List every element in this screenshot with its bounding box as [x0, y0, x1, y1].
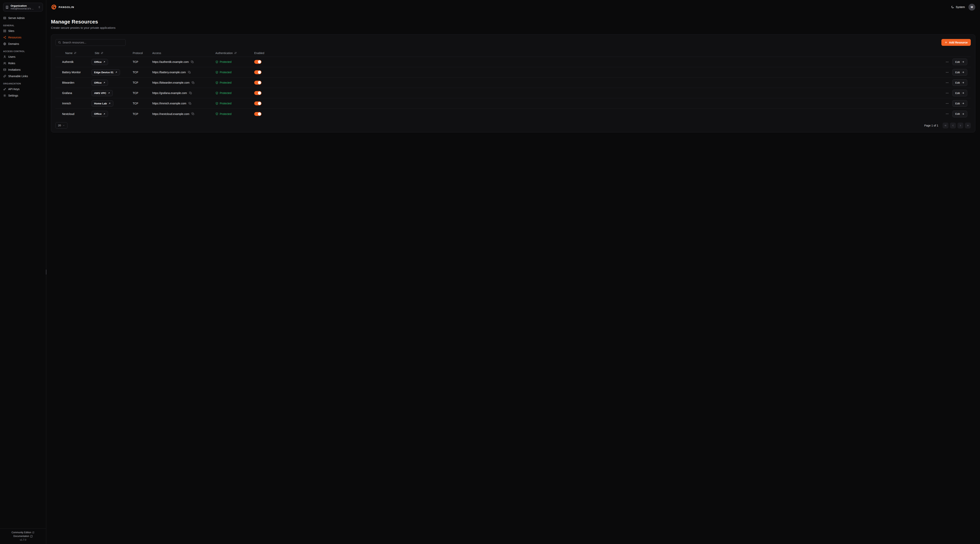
access-url: https://battery.example.com: [152, 71, 186, 74]
community-edition-label: Community Edition: [11, 531, 31, 534]
sidebar-item-roles[interactable]: Roles: [3, 60, 43, 67]
sort-name-button[interactable]: Name: [62, 51, 76, 55]
access-url: https://grafana.example.com: [152, 92, 187, 95]
resources-table: Name Site Protocol Access: [56, 49, 971, 119]
edit-label: Edit: [955, 102, 960, 105]
avatar[interactable]: M: [969, 4, 975, 11]
edit-label: Edit: [955, 113, 960, 115]
sidebar-item-domains[interactable]: Domains: [3, 41, 43, 47]
site-link-button[interactable]: Office: [92, 111, 108, 117]
site-link-button[interactable]: AWS VPC: [92, 90, 113, 96]
chevron-left-icon: [951, 124, 955, 127]
sidebar-item-users[interactable]: Users: [3, 54, 43, 60]
sidebar-item-shareable-links[interactable]: Shareable Links: [3, 73, 43, 79]
sidebar-item-label: Users: [8, 55, 16, 59]
globe-icon: [3, 42, 6, 46]
previous-page-button[interactable]: [950, 122, 956, 128]
next-page-button[interactable]: [958, 122, 963, 128]
copy-icon: [191, 60, 194, 63]
first-page-button[interactable]: [943, 122, 948, 128]
theme-selector-button[interactable]: System: [951, 5, 965, 9]
site-link-button[interactable]: Edge Device 01: [92, 69, 120, 75]
enabled-toggle[interactable]: [254, 70, 261, 74]
edit-button[interactable]: Edit: [952, 90, 967, 96]
grid-icon: [3, 29, 6, 33]
protocol: TCP: [133, 102, 152, 105]
pager: Page 1 of 1: [924, 122, 971, 128]
row-menu-button[interactable]: [945, 102, 949, 106]
chevrons-right-icon: [966, 124, 969, 127]
shield-check-icon: [215, 113, 218, 115]
chevrons-left-icon: [944, 124, 947, 127]
site-name: Home Lab: [94, 102, 107, 105]
sort-authentication-button[interactable]: Authentication: [215, 51, 237, 55]
enabled-toggle[interactable]: [254, 91, 261, 95]
site-link-button[interactable]: Home Lab: [92, 100, 113, 106]
column-header-authentication: Authentication: [215, 51, 233, 55]
copy-url-button[interactable]: [191, 60, 194, 64]
site-link-button[interactable]: Office: [92, 80, 108, 86]
ellipsis-icon: [945, 60, 949, 63]
sort-site-button[interactable]: Site: [92, 51, 103, 55]
site-name: Office: [94, 81, 102, 84]
copy-url-button[interactable]: [188, 70, 191, 74]
copy-url-button[interactable]: [191, 112, 195, 116]
row-menu-button[interactable]: [945, 91, 949, 95]
edit-label: Edit: [955, 71, 960, 74]
arrow-up-right-icon: [103, 61, 105, 63]
ellipsis-icon: [945, 92, 949, 95]
plus-icon: [945, 41, 947, 44]
sidebar-item-invitations[interactable]: Invitations: [3, 67, 43, 73]
enabled-toggle[interactable]: [254, 112, 261, 116]
row-menu-button[interactable]: [945, 60, 949, 64]
sidebar-item-api-keys[interactable]: API Keys: [3, 86, 43, 92]
search-input[interactable]: [62, 41, 123, 44]
edit-label: Edit: [955, 81, 960, 84]
site-link-button[interactable]: Office: [92, 59, 108, 65]
arrow-up-right-icon: [115, 71, 118, 73]
enabled-toggle[interactable]: [254, 102, 261, 105]
add-resource-button[interactable]: Add Resource: [942, 39, 971, 46]
edit-button[interactable]: Edit: [952, 111, 967, 117]
ellipsis-icon: [945, 102, 949, 105]
toggle-knob: [258, 81, 261, 84]
copy-url-button[interactable]: [188, 102, 192, 105]
enabled-toggle[interactable]: [254, 81, 261, 85]
edit-button[interactable]: Edit: [952, 79, 967, 86]
row-menu-button[interactable]: [945, 112, 949, 116]
arrow-right-icon: [962, 92, 964, 94]
site-name: Edge Device 01: [94, 71, 113, 74]
arrow-right-icon: [962, 60, 964, 63]
column-header-access: Access: [152, 51, 215, 55]
app-root: Organization milo@fossorial.io's ... Ser…: [0, 0, 980, 544]
sidebar-item-resources[interactable]: Resources: [3, 34, 43, 41]
community-edition-link[interactable]: Community Edition: [11, 531, 35, 534]
key-icon: [3, 87, 6, 90]
edit-button[interactable]: Edit: [952, 69, 967, 76]
copy-icon: [189, 102, 191, 105]
access-url: https://authentik.example.com: [152, 60, 189, 63]
sidebar-resize-handle[interactable]: [46, 270, 46, 274]
table-row: Battery Monitor Edge Device 01 TCP https…: [56, 67, 971, 78]
sidebar-item-sites[interactable]: Sites: [3, 28, 43, 34]
chevrons-up-down-icon: [38, 6, 41, 9]
sidebar-item-settings[interactable]: Settings: [3, 92, 43, 99]
protocol: TCP: [133, 81, 152, 84]
row-menu-button[interactable]: [945, 70, 949, 75]
documentation-link[interactable]: Documentation: [13, 535, 33, 538]
row-menu-button[interactable]: [945, 81, 949, 85]
enabled-toggle[interactable]: [254, 60, 261, 64]
page-size-select[interactable]: 20: [56, 122, 67, 128]
org-selector[interactable]: Organization milo@fossorial.io's ...: [3, 3, 43, 11]
copy-url-button[interactable]: [189, 91, 192, 95]
edit-button[interactable]: Edit: [952, 59, 967, 65]
table-row: Authentik Office TCP https://authentik.e…: [56, 57, 971, 67]
copy-url-button[interactable]: [191, 81, 195, 85]
column-header-site: Site: [95, 51, 99, 55]
last-page-button[interactable]: [965, 122, 971, 128]
mail-icon: [3, 68, 6, 71]
protocol: TCP: [133, 60, 152, 63]
sidebar-item-server-admin[interactable]: Server Admin: [3, 15, 43, 21]
auth-status: Protected: [220, 71, 231, 74]
edit-button[interactable]: Edit: [952, 100, 967, 107]
